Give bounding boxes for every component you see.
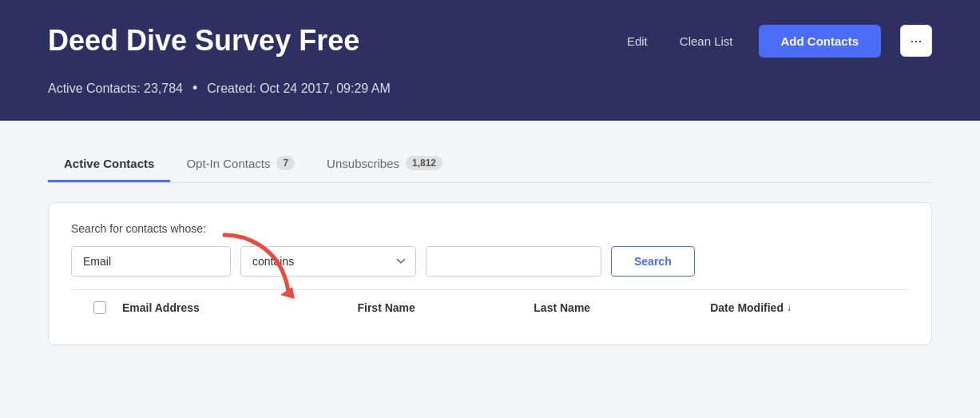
clean-list-button[interactable]: Clean List: [673, 31, 740, 51]
more-options-button[interactable]: ···: [900, 25, 932, 57]
search-description: Search for contacts whose:: [71, 222, 909, 235]
search-value-input[interactable]: [426, 246, 601, 277]
created-date: Created: Oct 24 2017, 09:29 AM: [207, 82, 390, 96]
col-email-header: Email Address: [122, 301, 357, 314]
header: Deed Dive Survey Free Edit Clean List Ad…: [0, 0, 980, 121]
content: Active Contacts Opt-In Contacts 7 Unsubs…: [0, 121, 980, 371]
search-field-input[interactable]: [71, 246, 231, 277]
sort-icon: ↓: [787, 302, 792, 313]
select-all-checkbox[interactable]: [93, 301, 106, 314]
table-header: Email Address First Name Last Name Date …: [71, 289, 909, 325]
search-panel: Search for contacts whose: contains equa…: [48, 202, 932, 345]
select-all-checkbox-cell: [93, 301, 122, 314]
search-button[interactable]: Search: [611, 246, 695, 277]
col-date-header[interactable]: Date Modified ↓: [710, 301, 887, 314]
edit-button[interactable]: Edit: [621, 31, 654, 51]
tab-unsubscribes[interactable]: Unsubscribes 1,812: [311, 146, 458, 182]
tab-active-contacts[interactable]: Active Contacts: [48, 146, 170, 182]
active-contacts-label: Active Contacts: 23,784: [48, 82, 183, 96]
search-operator-select[interactable]: contains equals starts with ends with do…: [240, 246, 416, 277]
add-contacts-button[interactable]: Add Contacts: [759, 25, 882, 58]
tab-optin-contacts[interactable]: Opt-In Contacts 7: [170, 146, 311, 182]
col-firstname-header: First Name: [357, 301, 534, 314]
tabs-bar: Active Contacts Opt-In Contacts 7 Unsubs…: [48, 146, 932, 183]
header-actions: Edit Clean List Add Contacts ···: [621, 25, 932, 58]
col-lastname-header: Last Name: [534, 301, 710, 314]
unsub-badge: 1,812: [406, 156, 442, 170]
page-title: Deed Dive Survey Free: [48, 24, 359, 58]
header-meta: Active Contacts: 23,784 • Created: Oct 2…: [48, 80, 932, 97]
more-icon: ···: [910, 33, 922, 50]
optin-badge: 7: [276, 156, 295, 170]
page-wrapper: Deed Dive Survey Free Edit Clean List Ad…: [0, 0, 980, 371]
meta-separator: •: [192, 80, 197, 97]
search-row: contains equals starts with ends with do…: [71, 246, 909, 277]
